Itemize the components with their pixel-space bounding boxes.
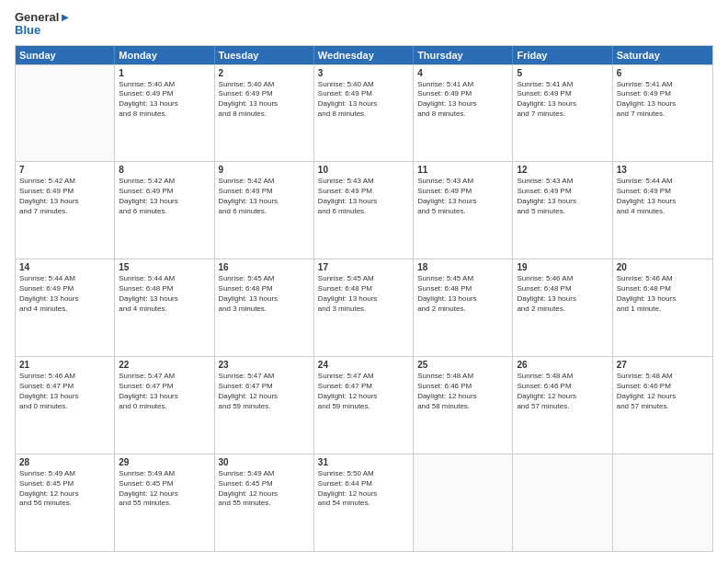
day-number: 9 <box>219 165 310 175</box>
cal-cell: 14Sunrise: 5:44 AM Sunset: 6:49 PM Dayli… <box>16 259 115 356</box>
day-number: 14 <box>19 262 110 272</box>
cal-week-2: 7Sunrise: 5:42 AM Sunset: 6:49 PM Daylig… <box>16 161 712 259</box>
day-number: 26 <box>517 360 608 370</box>
day-info: Sunrise: 5:49 AM Sunset: 6:45 PM Dayligh… <box>119 469 210 509</box>
day-info: Sunrise: 5:49 AM Sunset: 6:45 PM Dayligh… <box>19 469 110 509</box>
cal-header-tuesday: Tuesday <box>215 46 314 64</box>
day-info: Sunrise: 5:44 AM Sunset: 6:49 PM Dayligh… <box>617 177 709 216</box>
calendar: SundayMondayTuesdayWednesdayThursdayFrid… <box>15 45 713 552</box>
day-info: Sunrise: 5:44 AM Sunset: 6:48 PM Dayligh… <box>119 274 210 314</box>
cal-cell: 21Sunrise: 5:46 AM Sunset: 6:47 PM Dayli… <box>16 357 115 454</box>
cal-header-wednesday: Wednesday <box>314 46 414 64</box>
cal-cell: 26Sunrise: 5:48 AM Sunset: 6:46 PM Dayli… <box>513 357 612 454</box>
cal-week-5: 28Sunrise: 5:49 AM Sunset: 6:45 PM Dayli… <box>16 454 712 551</box>
cal-cell: 15Sunrise: 5:44 AM Sunset: 6:48 PM Dayli… <box>115 259 214 356</box>
calendar-header: SundayMondayTuesdayWednesdayThursdayFrid… <box>16 46 712 64</box>
cal-cell: 19Sunrise: 5:46 AM Sunset: 6:48 PM Dayli… <box>513 259 612 356</box>
cal-week-1: 1Sunrise: 5:40 AM Sunset: 6:49 PM Daylig… <box>16 64 712 162</box>
page: General► Blue SundayMondayTuesdayWednesd… <box>0 0 728 563</box>
day-number: 29 <box>119 457 210 467</box>
cal-cell: 27Sunrise: 5:48 AM Sunset: 6:46 PM Dayli… <box>613 357 712 454</box>
cal-cell <box>513 454 612 551</box>
cal-cell: 4Sunrise: 5:41 AM Sunset: 6:49 PM Daylig… <box>414 65 513 162</box>
cal-cell: 23Sunrise: 5:47 AM Sunset: 6:47 PM Dayli… <box>215 357 314 454</box>
cal-cell <box>414 454 513 551</box>
day-number: 1 <box>119 68 210 78</box>
day-number: 3 <box>318 68 409 78</box>
logo-text: General► <box>15 11 71 24</box>
cal-cell: 30Sunrise: 5:49 AM Sunset: 6:45 PM Dayli… <box>215 454 314 551</box>
day-number: 6 <box>617 68 709 78</box>
cal-cell: 6Sunrise: 5:41 AM Sunset: 6:49 PM Daylig… <box>613 65 712 162</box>
day-info: Sunrise: 5:41 AM Sunset: 6:49 PM Dayligh… <box>617 80 709 120</box>
logo: General► Blue <box>15 11 71 38</box>
cal-cell: 22Sunrise: 5:47 AM Sunset: 6:47 PM Dayli… <box>115 357 214 454</box>
day-number: 31 <box>318 457 409 467</box>
cal-header-sunday: Sunday <box>16 46 115 64</box>
day-number: 22 <box>119 360 210 370</box>
day-info: Sunrise: 5:45 AM Sunset: 6:48 PM Dayligh… <box>417 274 508 314</box>
day-number: 10 <box>318 165 409 175</box>
day-info: Sunrise: 5:44 AM Sunset: 6:49 PM Dayligh… <box>19 274 110 314</box>
day-number: 24 <box>318 360 409 370</box>
cal-cell: 28Sunrise: 5:49 AM Sunset: 6:45 PM Dayli… <box>16 454 115 551</box>
day-info: Sunrise: 5:41 AM Sunset: 6:49 PM Dayligh… <box>417 80 508 120</box>
day-number: 4 <box>417 68 508 78</box>
day-number: 7 <box>19 165 110 175</box>
day-number: 8 <box>119 165 210 175</box>
day-info: Sunrise: 5:40 AM Sunset: 6:49 PM Dayligh… <box>119 80 210 120</box>
day-info: Sunrise: 5:50 AM Sunset: 6:44 PM Dayligh… <box>318 469 409 509</box>
cal-cell: 17Sunrise: 5:45 AM Sunset: 6:48 PM Dayli… <box>314 259 414 356</box>
cal-cell: 18Sunrise: 5:45 AM Sunset: 6:48 PM Dayli… <box>414 259 513 356</box>
day-info: Sunrise: 5:45 AM Sunset: 6:48 PM Dayligh… <box>318 274 409 314</box>
cal-cell <box>16 65 115 162</box>
day-info: Sunrise: 5:48 AM Sunset: 6:46 PM Dayligh… <box>417 372 508 411</box>
cal-week-3: 14Sunrise: 5:44 AM Sunset: 6:49 PM Dayli… <box>16 259 712 356</box>
day-number: 25 <box>417 360 508 370</box>
day-info: Sunrise: 5:43 AM Sunset: 6:49 PM Dayligh… <box>318 177 409 216</box>
cal-cell: 25Sunrise: 5:48 AM Sunset: 6:46 PM Dayli… <box>414 357 513 454</box>
day-number: 16 <box>219 262 310 272</box>
day-info: Sunrise: 5:43 AM Sunset: 6:49 PM Dayligh… <box>417 177 508 216</box>
day-number: 20 <box>617 262 709 272</box>
cal-cell: 13Sunrise: 5:44 AM Sunset: 6:49 PM Dayli… <box>613 162 712 259</box>
day-info: Sunrise: 5:46 AM Sunset: 6:48 PM Dayligh… <box>617 274 709 314</box>
day-info: Sunrise: 5:42 AM Sunset: 6:49 PM Dayligh… <box>219 177 310 216</box>
cal-cell: 2Sunrise: 5:40 AM Sunset: 6:49 PM Daylig… <box>215 65 314 162</box>
cal-header-friday: Friday <box>513 46 612 64</box>
cal-cell: 29Sunrise: 5:49 AM Sunset: 6:45 PM Dayli… <box>115 454 214 551</box>
day-number: 17 <box>318 262 409 272</box>
day-number: 5 <box>517 68 608 78</box>
day-info: Sunrise: 5:40 AM Sunset: 6:49 PM Dayligh… <box>219 80 310 120</box>
day-number: 27 <box>617 360 709 370</box>
cal-cell: 5Sunrise: 5:41 AM Sunset: 6:49 PM Daylig… <box>513 65 612 162</box>
day-number: 23 <box>219 360 310 370</box>
day-number: 11 <box>417 165 508 175</box>
cal-cell: 8Sunrise: 5:42 AM Sunset: 6:49 PM Daylig… <box>115 162 214 259</box>
day-number: 13 <box>617 165 709 175</box>
day-number: 28 <box>19 457 110 467</box>
day-info: Sunrise: 5:47 AM Sunset: 6:47 PM Dayligh… <box>318 372 409 411</box>
day-info: Sunrise: 5:48 AM Sunset: 6:46 PM Dayligh… <box>517 372 608 411</box>
day-number: 12 <box>517 165 608 175</box>
day-info: Sunrise: 5:42 AM Sunset: 6:49 PM Dayligh… <box>119 177 210 216</box>
day-info: Sunrise: 5:43 AM Sunset: 6:49 PM Dayligh… <box>517 177 608 216</box>
day-info: Sunrise: 5:47 AM Sunset: 6:47 PM Dayligh… <box>119 372 210 411</box>
cal-cell: 3Sunrise: 5:40 AM Sunset: 6:49 PM Daylig… <box>314 65 414 162</box>
day-info: Sunrise: 5:42 AM Sunset: 6:49 PM Dayligh… <box>19 177 110 216</box>
cal-cell: 31Sunrise: 5:50 AM Sunset: 6:44 PM Dayli… <box>314 454 414 551</box>
day-number: 30 <box>219 457 310 467</box>
day-info: Sunrise: 5:49 AM Sunset: 6:45 PM Dayligh… <box>219 469 310 509</box>
day-number: 18 <box>417 262 508 272</box>
header: General► Blue <box>15 11 713 38</box>
day-number: 21 <box>19 360 110 370</box>
cal-header-monday: Monday <box>115 46 214 64</box>
day-info: Sunrise: 5:46 AM Sunset: 6:47 PM Dayligh… <box>19 372 110 411</box>
cal-cell: 9Sunrise: 5:42 AM Sunset: 6:49 PM Daylig… <box>215 162 314 259</box>
cal-cell: 7Sunrise: 5:42 AM Sunset: 6:49 PM Daylig… <box>16 162 115 259</box>
day-info: Sunrise: 5:45 AM Sunset: 6:48 PM Dayligh… <box>219 274 310 314</box>
day-info: Sunrise: 5:41 AM Sunset: 6:49 PM Dayligh… <box>517 80 608 120</box>
cal-cell <box>613 454 712 551</box>
cal-header-saturday: Saturday <box>613 46 712 64</box>
day-info: Sunrise: 5:40 AM Sunset: 6:49 PM Dayligh… <box>318 80 409 120</box>
